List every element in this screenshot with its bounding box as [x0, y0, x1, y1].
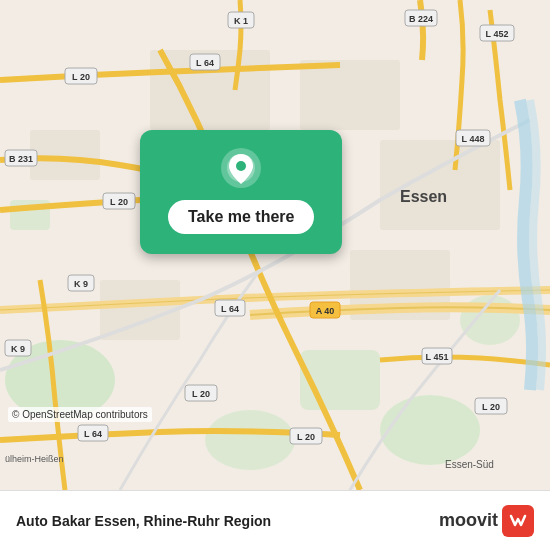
svg-text:ülheim-Heißen: ülheim-Heißen — [5, 454, 64, 464]
location-info: Auto Bakar Essen, Rhine-Ruhr Region — [16, 513, 271, 529]
svg-text:Essen: Essen — [400, 188, 447, 205]
location-pin-icon — [219, 146, 263, 190]
svg-text:L 20: L 20 — [110, 197, 128, 207]
svg-rect-8 — [300, 60, 400, 130]
svg-text:L 20: L 20 — [72, 72, 90, 82]
svg-text:L 64: L 64 — [84, 429, 102, 439]
location-name: Auto Bakar Essen, Rhine-Ruhr Region — [16, 513, 271, 529]
svg-text:B 231: B 231 — [9, 154, 33, 164]
map-container: K 1 B 224 L 452 L 20 L 64 L 448 B 231 L … — [0, 0, 550, 490]
svg-text:L 64: L 64 — [196, 58, 214, 68]
svg-text:L 20: L 20 — [192, 389, 210, 399]
svg-text:L 452: L 452 — [486, 29, 509, 39]
svg-text:A 40: A 40 — [316, 306, 335, 316]
info-bar: Auto Bakar Essen, Rhine-Ruhr Region moov… — [0, 490, 550, 550]
svg-text:L 64: L 64 — [221, 304, 239, 314]
action-card: Take me there — [140, 130, 342, 254]
svg-point-6 — [205, 410, 295, 470]
moovit-text-label: moovit — [439, 510, 498, 531]
svg-text:K 1: K 1 — [234, 16, 248, 26]
take-me-there-button[interactable]: Take me there — [168, 200, 314, 234]
svg-text:L 20: L 20 — [297, 432, 315, 442]
svg-text:K 9: K 9 — [74, 279, 88, 289]
svg-rect-9 — [380, 140, 500, 230]
take-me-there-container: Take me there — [140, 130, 342, 254]
svg-text:B 224: B 224 — [409, 14, 433, 24]
svg-rect-12 — [30, 130, 100, 180]
svg-text:Essen-Süd: Essen-Süd — [445, 459, 494, 470]
osm-attribution: © OpenStreetMap contributors — [8, 407, 152, 422]
svg-text:L 451: L 451 — [426, 352, 449, 362]
svg-text:L 20: L 20 — [482, 402, 500, 412]
svg-text:K 9: K 9 — [11, 344, 25, 354]
svg-point-52 — [236, 161, 246, 171]
svg-text:L 448: L 448 — [462, 134, 485, 144]
moovit-logo: moovit — [439, 505, 534, 537]
svg-rect-11 — [100, 280, 180, 340]
moovit-icon — [502, 505, 534, 537]
svg-point-2 — [380, 395, 480, 465]
